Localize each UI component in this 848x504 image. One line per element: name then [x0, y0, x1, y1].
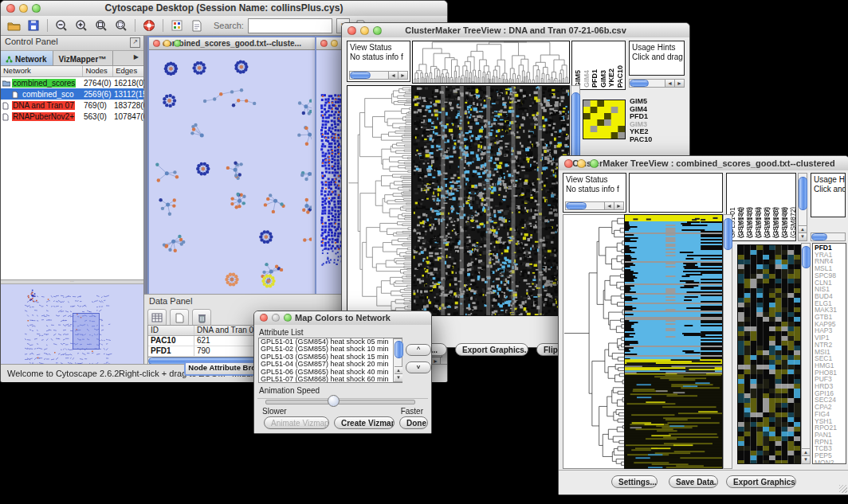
dialog-titlebar[interactable]: Map Colors to Network: [254, 311, 431, 326]
usage-hints-hscrollbar[interactable]: ◄►: [629, 79, 685, 88]
scroll-left-arrow[interactable]: ◄: [604, 202, 614, 209]
treeview1-titlebar[interactable]: ClusterMaker TreeView : DNA and Tran 07-…: [342, 23, 689, 38]
scroll-down-arrow[interactable]: ▼: [799, 232, 807, 240]
close-button[interactable]: [6, 4, 15, 13]
new-attribute-icon[interactable]: [170, 309, 189, 326]
column-label[interactable]: GIM3: [599, 70, 608, 88]
network-row[interactable]: combined_sco2569(6)13112(15): [1, 88, 143, 100]
close-button[interactable]: [347, 26, 356, 35]
open-file-icon[interactable]: [6, 18, 22, 33]
export-graphics-button[interactable]: Export Graphics...: [455, 343, 528, 356]
export-graphics-button[interactable]: Export Graphics...: [726, 475, 796, 488]
column-label[interactable]: GPL51-06 (GSM865): [764, 174, 772, 238]
scroll-right-arrow[interactable]: ►: [674, 80, 684, 87]
genelist-vscrollbar[interactable]: ▲ ▼: [801, 243, 811, 464]
help-lifering-icon[interactable]: [141, 18, 157, 33]
scroll-right-arrow[interactable]: ►: [614, 202, 623, 209]
zoom-selected-icon[interactable]: [113, 18, 129, 33]
move-up-button[interactable]: ^: [406, 344, 431, 356]
attribute-list-item[interactable]: GPL51-07 (GSM868) heat shock 60 min: [259, 376, 402, 383]
id-column-header[interactable]: ID: [148, 326, 194, 335]
tab-network[interactable]: Network: [1, 51, 53, 65]
save-data-button[interactable]: Save Data...: [669, 475, 718, 488]
scroll-track[interactable]: [827, 233, 845, 240]
treeview2-titlebar[interactable]: ClusterMaker TreeView : combined_scores_…: [559, 156, 848, 171]
column-label[interactable]: GPL51-02 (GSM855): [737, 174, 746, 238]
network1-canvas[interactable]: [149, 50, 312, 293]
column-label[interactable]: GPL51-07 (GSM868): [772, 174, 781, 238]
col-network[interactable]: Network: [1, 66, 83, 76]
column-label[interactable]: GPL51-08 (GSM872): [781, 174, 790, 238]
minimize-button[interactable]: [19, 4, 28, 13]
zoom-button[interactable]: [590, 159, 599, 168]
scroll-down-arrow[interactable]: ▼: [395, 373, 402, 381]
column-label[interactable]: GIM4: [583, 70, 591, 88]
minimize-button[interactable]: [360, 26, 369, 35]
network-row[interactable]: RNAPuberNov2+563(0)107847(0): [1, 111, 143, 122]
column-label[interactable]: PFD1: [591, 69, 599, 88]
minimize-button[interactable]: [331, 40, 338, 47]
scroll-track[interactable]: [371, 72, 388, 79]
scroll-down-arrow[interactable]: ▼: [802, 455, 810, 463]
column-label[interactable]: PAC10: [616, 65, 625, 88]
attribute-list-vscrollbar[interactable]: ▲ ▼: [393, 338, 402, 382]
zoom-button[interactable]: [32, 4, 41, 13]
done-button[interactable]: Done: [399, 416, 428, 429]
resize-grip[interactable]: [839, 485, 847, 493]
col-edges[interactable]: Edges: [113, 66, 143, 76]
network-row[interactable]: combined_scores2764(0)16218(0): [1, 77, 143, 88]
close-button[interactable]: [320, 40, 328, 47]
birdseye-overview[interactable]: [1, 284, 143, 369]
close-button[interactable]: [153, 40, 160, 47]
submatrix-heatmap[interactable]: [583, 100, 626, 139]
minimize-button[interactable]: [272, 314, 280, 322]
column-labels-vscrollbar[interactable]: ▲ ▼: [798, 173, 807, 241]
main-heatmap[interactable]: [624, 214, 723, 469]
zoom-button[interactable]: [284, 314, 292, 322]
delete-attribute-icon[interactable]: [192, 309, 211, 326]
zoom-button[interactable]: [174, 40, 181, 47]
scroll-right-arrow[interactable]: ►: [398, 72, 407, 79]
column-label[interactable]: GPL51-03 (GSM856): [746, 174, 755, 238]
usage-hints-hscrollbar[interactable]: [811, 232, 846, 241]
scroll-thumb[interactable]: [799, 177, 807, 210]
view-status-hscrollbar[interactable]: ◄►: [349, 71, 408, 80]
create-vizmap-button[interactable]: Create Vizmap: [334, 416, 395, 429]
scroll-thumb[interactable]: [630, 80, 649, 87]
scroll-thumb[interactable]: [811, 233, 827, 240]
col-nodes[interactable]: Nodes: [83, 66, 113, 76]
speed-slider-track[interactable]: [265, 400, 415, 404]
column-dendrogram-empty[interactable]: [629, 173, 723, 213]
minimize-button[interactable]: [163, 40, 171, 47]
column-label[interactable]: YKE2: [607, 68, 616, 88]
zoom-in-icon[interactable]: [73, 18, 89, 33]
annotation-icon[interactable]: [189, 18, 205, 33]
speed-slider-thumb[interactable]: [328, 395, 340, 407]
scroll-thumb[interactable]: [802, 246, 811, 268]
network1-titlebar[interactable]: combined_scores_good.txt--cluste...: [149, 37, 315, 50]
attribute-table-icon[interactable]: [147, 309, 167, 326]
scroll-left-arrow[interactable]: ◄: [388, 72, 398, 79]
scroll-track[interactable]: [649, 80, 665, 87]
tab-overflow-arrow[interactable]: ▶: [129, 51, 143, 65]
scroll-left-arrow[interactable]: ◄: [665, 80, 674, 87]
scroll-thumb[interactable]: [724, 218, 732, 250]
scroll-thumb[interactable]: [350, 72, 371, 79]
float-panel-icon[interactable]: ↗: [130, 37, 140, 48]
row-dendrogram[interactable]: [347, 85, 412, 316]
tab-vizmapper[interactable]: VizMapper™: [53, 51, 113, 65]
zoom-fit-icon[interactable]: [93, 18, 109, 33]
scroll-track[interactable]: [587, 202, 604, 209]
submatrix-label[interactable]: PAC10: [630, 136, 652, 144]
view-status-hscrollbar[interactable]: ◄►: [565, 201, 624, 210]
save-session-icon[interactable]: [26, 18, 41, 33]
vizmapper-icon[interactable]: [169, 18, 185, 33]
scroll-thumb[interactable]: [395, 341, 403, 358]
scroll-thumb[interactable]: [566, 202, 587, 209]
move-down-button[interactable]: v: [406, 361, 431, 373]
network-row[interactable]: DNA and Tran 07769(0)183728(0): [1, 100, 143, 111]
column-label[interactable]: GPL51-04 (GSM857): [755, 174, 764, 238]
close-button[interactable]: [564, 159, 573, 168]
main-heatmap[interactable]: [412, 85, 570, 316]
settings-button[interactable]: Settings...: [611, 475, 658, 488]
